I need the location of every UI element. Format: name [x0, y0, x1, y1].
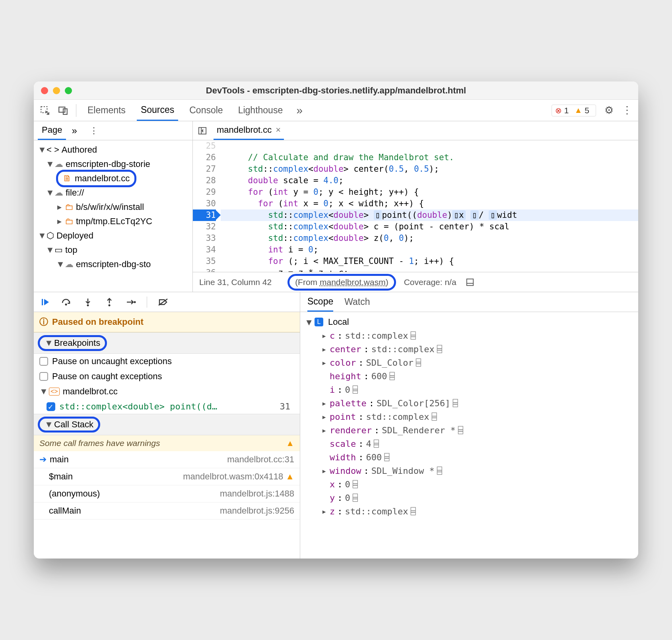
- scope-variable[interactable]: ▸window: SDL_Window *⌸: [306, 464, 633, 477]
- deployed-top[interactable]: ▼▭top: [34, 243, 192, 257]
- source-map-origin[interactable]: (From mandelbrot.wasm): [287, 274, 396, 291]
- tab-sources[interactable]: Sources: [137, 100, 178, 121]
- debugger-panel: ⓘ Paused on breakpoint ▼Breakpoints Paus…: [34, 292, 638, 559]
- navigator-tabs: Page » ⋮: [34, 121, 192, 140]
- pause-uncaught-toggle[interactable]: Pause on uncaught exceptions: [34, 354, 300, 369]
- editor: mandelbrot.cc × 252627282930 31 32333435…: [193, 121, 638, 292]
- tab-watch[interactable]: Watch: [344, 297, 370, 307]
- step-icon[interactable]: [125, 297, 136, 308]
- coverage-status: Coverage: n/a: [404, 277, 456, 287]
- scope-local-header[interactable]: ▼LLocal: [306, 315, 633, 329]
- scope-variable[interactable]: ▸renderer: SDL_Renderer *⌸: [306, 423, 633, 437]
- editor-tab-mandelbrot[interactable]: mandelbrot.cc ×: [214, 121, 284, 140]
- tab-scope[interactable]: Scope: [307, 292, 333, 312]
- stack-frame[interactable]: callMainmandelbrot.js:9256: [34, 502, 300, 520]
- stack-frame[interactable]: $mainmandelbrot.wasm:0x4118▲: [34, 468, 300, 485]
- svg-point-12: [109, 304, 111, 306]
- scope-variable[interactable]: ▸center: std::complex⌸: [306, 342, 633, 356]
- warning-count: 5: [585, 106, 589, 115]
- close-tab-icon[interactable]: ×: [276, 125, 281, 135]
- code-area[interactable]: 252627282930 31 323334353637 // Calculat…: [193, 140, 638, 272]
- file-scheme-node[interactable]: ▼☁file://: [34, 186, 192, 200]
- window-title: DevTools - emscripten-dbg-stories.netlif…: [34, 85, 638, 96]
- tab-lighthouse[interactable]: Lighthouse: [234, 100, 287, 121]
- step-over-icon[interactable]: [61, 297, 72, 308]
- step-into-icon[interactable]: [82, 297, 93, 308]
- device-toggle-icon[interactable]: [58, 105, 69, 116]
- folder-tmp[interactable]: ▸🗀tmp/tmp.ELcTq2YC: [34, 214, 192, 229]
- stack-frame[interactable]: (anonymous)mandelbrot.js:1488: [34, 485, 300, 502]
- checkbox-icon[interactable]: [39, 372, 48, 381]
- warning-icon: ▲: [575, 106, 583, 115]
- breakpoint-file-row[interactable]: ▼<> mandelbrot.cc: [34, 384, 300, 399]
- editor-status-bar: Line 31, Column 42 (From mandelbrot.wasm…: [193, 272, 638, 292]
- deployed-section[interactable]: ▼⬡Deployed: [34, 229, 192, 243]
- current-frame-icon: ➔: [39, 454, 47, 465]
- titlebar: DevTools - emscripten-dbg-stories.netlif…: [34, 81, 638, 100]
- more-tabs-icon[interactable]: »: [294, 105, 305, 116]
- tab-elements[interactable]: Elements: [84, 100, 130, 121]
- scope-variable[interactable]: x: 0⌸: [306, 477, 633, 491]
- stack-frame[interactable]: ➔mainmandelbrot.cc:31: [34, 451, 300, 468]
- callstack-section[interactable]: ▼Call Stack: [34, 414, 300, 435]
- toggle-navigator-icon[interactable]: [197, 125, 208, 136]
- breakpoint-marker[interactable]: 31: [193, 209, 216, 221]
- navigator-sidebar: Page » ⋮ ▼< >Authored ▼☁emscripten-dbg-s…: [34, 121, 193, 292]
- kebab-menu-icon[interactable]: ⋮: [622, 105, 633, 116]
- scope-variable[interactable]: scale: 4⌸: [306, 437, 633, 450]
- scope-panel: Scope Watch ▼LLocal ▸c: std::complex⌸▸ce…: [300, 292, 638, 559]
- callstack-warning-row: Some call frames have warnings ▲: [34, 435, 300, 451]
- step-out-icon[interactable]: [104, 297, 115, 308]
- scope-tabs: Scope Watch: [300, 292, 638, 312]
- breakpoint-line-row[interactable]: std::complex<double> point((d… 31: [34, 399, 300, 414]
- scope-variable[interactable]: y: 0⌸: [306, 491, 633, 504]
- code-content[interactable]: // Calculate and draw the Mandelbrot set…: [221, 140, 638, 272]
- inspect-icon[interactable]: [39, 105, 50, 116]
- line-gutter[interactable]: 252627282930 31 323334353637: [193, 140, 221, 272]
- error-count: 1: [564, 106, 569, 115]
- scope-variable[interactable]: width: 600⌸: [306, 450, 633, 464]
- svg-rect-5: [466, 279, 473, 285]
- scope-variable[interactable]: i: 0⌸: [306, 383, 633, 396]
- resume-icon[interactable]: [39, 297, 50, 308]
- svg-point-14: [134, 301, 136, 303]
- cursor-position: Line 31, Column 42: [199, 277, 272, 287]
- paused-text: Paused on breakpoint: [52, 317, 144, 327]
- devtools-window: DevTools - emscripten-dbg-stories.netlif…: [34, 81, 638, 559]
- error-icon: ⊗: [555, 106, 562, 115]
- checkbox-checked-icon[interactable]: [47, 402, 55, 411]
- debugger-toolbar: [34, 292, 300, 312]
- file-mandelbrot-label: mandelbrot.cc: [75, 173, 130, 184]
- scope-variable[interactable]: ▸palette: SDL_Color[256]⌸: [306, 396, 633, 410]
- checkbox-icon[interactable]: [39, 357, 48, 366]
- scope-variable[interactable]: ▸point: std::complex⌸: [306, 410, 633, 423]
- show-drawer-icon[interactable]: [464, 277, 476, 288]
- more-navigator-tabs-icon[interactable]: »: [72, 125, 77, 136]
- editor-tabs: mandelbrot.cc ×: [193, 121, 638, 140]
- deactivate-breakpoints-icon[interactable]: [157, 297, 169, 308]
- scope-variable[interactable]: ▸z: std::complex⌸: [306, 504, 633, 518]
- scope-variable[interactable]: ▸color: SDL_Color⌸: [306, 356, 633, 369]
- scope-variable[interactable]: height: 600⌸: [306, 369, 633, 383]
- authored-section[interactable]: ▼< >Authored: [34, 143, 192, 157]
- devtools-toolbar: Elements Sources Console Lighthouse » ⊗ …: [34, 100, 638, 121]
- pause-caught-toggle[interactable]: Pause on caught exceptions: [34, 369, 300, 384]
- deployed-domain[interactable]: ▼☁emscripten-dbg-sto: [34, 257, 192, 272]
- navigator-menu-icon[interactable]: ⋮: [88, 125, 99, 136]
- scope-body: ▼LLocal ▸c: std::complex⌸▸center: std::c…: [300, 312, 638, 559]
- info-icon: ⓘ: [39, 316, 48, 328]
- svg-rect-7: [42, 299, 43, 305]
- debugger-left: ⓘ Paused on breakpoint ▼Breakpoints Paus…: [34, 292, 300, 559]
- folder-install[interactable]: ▸🗀b/s/w/ir/x/w/install: [34, 200, 192, 214]
- file-mandelbrot-cc[interactable]: 🗎 mandelbrot.cc: [34, 171, 192, 186]
- file-tree: ▼< >Authored ▼☁emscripten-dbg-storie 🗎 m…: [34, 140, 192, 292]
- tab-console[interactable]: Console: [185, 100, 227, 121]
- scope-variable[interactable]: ▸c: std::complex⌸: [306, 329, 633, 342]
- settings-icon[interactable]: ⚙: [603, 105, 614, 116]
- paused-banner: ⓘ Paused on breakpoint: [34, 312, 300, 332]
- navigator-tab-page[interactable]: Page: [38, 121, 66, 140]
- error-warning-status[interactable]: ⊗ 1 ▲ 5: [552, 105, 596, 116]
- authored-domain[interactable]: ▼☁emscripten-dbg-storie: [34, 157, 192, 171]
- warning-icon: ▲: [286, 471, 294, 482]
- breakpoints-section[interactable]: ▼Breakpoints: [34, 332, 300, 354]
